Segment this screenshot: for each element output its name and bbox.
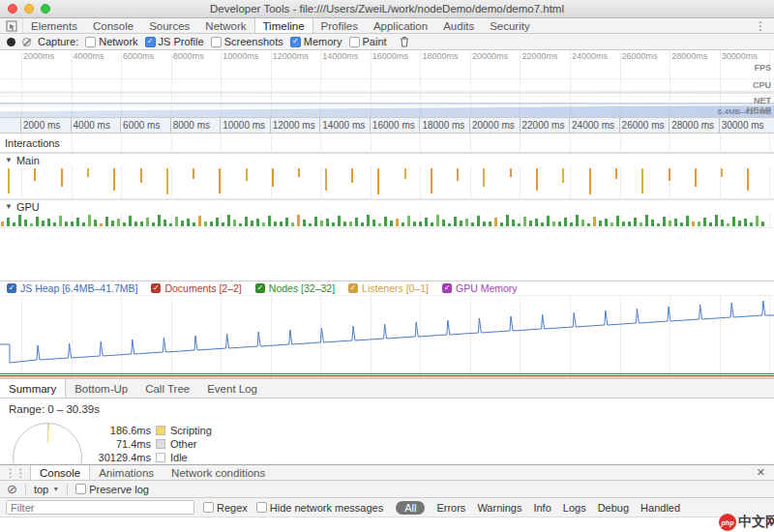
- capture-js-profile-checkbox[interactable]: ✓: [145, 37, 156, 47]
- overview-tick-label: 14000ms: [322, 51, 358, 61]
- main-track[interactable]: [0, 166, 774, 199]
- interactions-track[interactable]: Interactions: [0, 133, 774, 153]
- log-level-errors[interactable]: Errors: [436, 502, 465, 514]
- execution-context-select[interactable]: top ▼: [34, 484, 59, 495]
- zoom-window-button[interactable]: [41, 4, 50, 14]
- close-drawer-icon[interactable]: ✕: [748, 465, 774, 480]
- details-tab-bottom-up[interactable]: Bottom-Up: [66, 379, 136, 398]
- gpu-activity-bar: [610, 222, 613, 226]
- details-tab-summary[interactable]: Summary: [0, 379, 66, 398]
- tab-application[interactable]: Application: [366, 18, 435, 33]
- tab-sources[interactable]: Sources: [141, 18, 197, 33]
- capture-network-checkbox[interactable]: [85, 37, 96, 47]
- counter-listeners[interactable]: ✓Listeners [0–1]: [348, 282, 429, 294]
- tab-network[interactable]: Network: [197, 18, 253, 33]
- counter-checkbox[interactable]: ✓: [151, 283, 161, 293]
- counter-label: JS Heap [6.4MB–41.7MB]: [20, 282, 137, 294]
- garbage-collect-icon[interactable]: [400, 36, 409, 47]
- clear-console-icon[interactable]: ⊘: [7, 483, 17, 495]
- drawer-tab-network-conditions[interactable]: Network conditions: [163, 465, 274, 480]
- separator: [67, 484, 68, 495]
- preserve-log-checkbox[interactable]: [75, 484, 86, 494]
- counter-nodes[interactable]: ✓Nodes [32–32]: [255, 282, 335, 294]
- inspect-element-icon[interactable]: [0, 18, 23, 33]
- gpu-activity-bar: [576, 215, 579, 226]
- gpu-activity-bar: [460, 221, 462, 226]
- capture-screenshots-checkbox[interactable]: [211, 37, 222, 47]
- main-event-tick: [87, 168, 89, 177]
- log-level-info[interactable]: Info: [533, 502, 551, 514]
- overview-tick-label: 12000ms: [273, 51, 309, 61]
- details-tab-call-tree[interactable]: Call Tree: [136, 379, 198, 398]
- overview-rows[interactable]: 6.4MB–41.7MB FPSCPUNETHEAP: [0, 62, 774, 118]
- gpu-track[interactable]: [0, 213, 774, 228]
- clear-recording-icon[interactable]: [22, 38, 31, 46]
- tab-security[interactable]: Security: [482, 18, 538, 33]
- capture-network[interactable]: Network: [85, 36, 137, 47]
- tab-elements[interactable]: Elements: [23, 18, 85, 33]
- timeline-tick-label: 28000 ms: [671, 120, 714, 131]
- counter-documents[interactable]: ✓Documents [2–2]: [151, 282, 241, 294]
- record-button[interactable]: [7, 38, 15, 46]
- tab-profiles[interactable]: Profiles: [313, 18, 366, 33]
- log-level-warnings[interactable]: Warnings: [477, 502, 521, 514]
- drawer-tab-console[interactable]: Console: [30, 465, 90, 480]
- overview-row-label-fps: FPS: [754, 63, 771, 73]
- tab-timeline[interactable]: Timeline: [254, 18, 313, 33]
- capture-screenshots[interactable]: Screenshots: [211, 36, 283, 47]
- capture-js-profile[interactable]: ✓JS Profile: [145, 36, 204, 47]
- main-section-header[interactable]: ▼ Main: [0, 153, 774, 166]
- main-event-tick: [562, 168, 564, 183]
- gpu-activity-bar: [552, 222, 555, 226]
- hide-network-option[interactable]: Hide network messages: [256, 502, 383, 514]
- chevron-down-icon[interactable]: ▼: [5, 156, 13, 164]
- regex-checkbox[interactable]: [203, 502, 214, 513]
- counter-checkbox[interactable]: ✓: [255, 283, 265, 293]
- details-tab-event-log[interactable]: Event Log: [198, 379, 266, 398]
- log-level-handled[interactable]: Handled: [640, 502, 680, 514]
- gpu-activity-bar: [396, 219, 399, 226]
- memory-chart[interactable]: [0, 296, 774, 379]
- tab-audits[interactable]: Audits: [435, 18, 482, 33]
- hide-network-checkbox[interactable]: [256, 502, 267, 513]
- gpu-activity-bar: [663, 217, 666, 226]
- capture-memory-checkbox[interactable]: ✓: [290, 37, 301, 47]
- drawer-menu-icon[interactable]: ⋮⋮: [0, 465, 30, 480]
- counter-label: GPU Memory: [456, 282, 518, 294]
- minimize-window-button[interactable]: [24, 4, 34, 14]
- capture-paint[interactable]: Paint: [349, 36, 387, 47]
- gpu-activity-bar: [59, 216, 62, 226]
- timeline-tick-label: 6000 ms: [123, 120, 160, 131]
- close-window-button[interactable]: [8, 4, 17, 14]
- counter-checkbox[interactable]: ✓: [7, 283, 16, 293]
- capture-memory[interactable]: ✓Memory: [290, 36, 342, 47]
- gpu-activity-bar: [280, 222, 283, 226]
- gpu-activity-bar: [320, 221, 323, 226]
- overview-row-separator: [0, 105, 774, 106]
- drawer-tab-strip: ConsoleAnimationsNetwork conditions: [30, 465, 274, 480]
- timeline-ruler[interactable]: 2000 ms4000 ms6000 ms8000 ms10000 ms1200…: [0, 118, 774, 133]
- log-level-logs[interactable]: Logs: [563, 502, 586, 514]
- gpu-activity-bar: [338, 216, 341, 226]
- counter-gpu[interactable]: ✓GPU Memory: [442, 282, 518, 294]
- counter-checkbox[interactable]: ✓: [442, 283, 452, 293]
- drawer-tab-animations[interactable]: Animations: [90, 465, 163, 480]
- counter-checkbox[interactable]: ✓: [348, 283, 358, 293]
- gpu-activity-bar: [129, 216, 132, 226]
- filter-input[interactable]: [6, 500, 194, 515]
- log-level-all[interactable]: All: [396, 501, 425, 515]
- tab-console[interactable]: Console: [85, 18, 141, 33]
- overflow-menu-icon[interactable]: ⋮: [747, 18, 774, 33]
- counter-js[interactable]: ✓JS Heap [6.4MB–41.7MB]: [7, 282, 137, 294]
- log-level-debug[interactable]: Debug: [598, 502, 629, 514]
- gpu-section-header[interactable]: ▼ GPU: [0, 199, 774, 213]
- chevron-down-icon[interactable]: ▼: [5, 202, 13, 211]
- regex-option[interactable]: Regex: [203, 502, 248, 514]
- gpu-activity-bar: [436, 215, 439, 226]
- stat-swatch: [156, 453, 165, 462]
- gpu-activity-bar: [222, 222, 224, 226]
- preserve-log-option[interactable]: Preserve log: [75, 484, 149, 495]
- overview-tick-label: 4000ms: [74, 51, 104, 61]
- capture-paint-checkbox[interactable]: [349, 37, 360, 47]
- gpu-activity-bar: [355, 218, 358, 226]
